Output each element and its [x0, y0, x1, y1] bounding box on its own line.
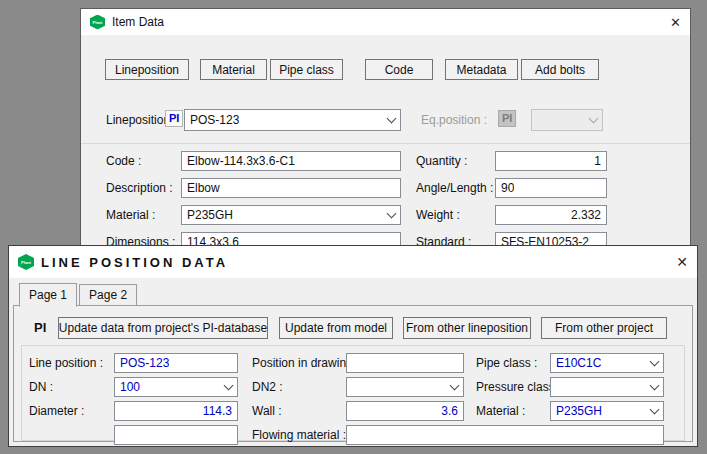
diameter-label: Diameter : [29, 404, 84, 418]
separator [81, 143, 690, 144]
plant-logo-text: Plant [21, 260, 31, 265]
flowing-material-input[interactable] [346, 425, 664, 445]
wall-value: 3.6 [441, 404, 458, 418]
line-position-dialog: Plant LINE POSITION DATA ✕ Page 1 Page 2… [8, 245, 698, 447]
chevron-down-icon [387, 209, 397, 219]
quantity-label: Quantity : [416, 154, 467, 168]
line-position-title: LINE POSITION DATA [41, 255, 228, 270]
chevron-down-icon [650, 405, 660, 415]
material-label: Material : [106, 208, 155, 222]
material-combobox[interactable]: P235GH [181, 205, 401, 225]
metadata-button[interactable]: Metadata [445, 59, 518, 80]
dn-label: DN : [29, 380, 53, 394]
weight-value: 2.332 [571, 208, 601, 222]
chevron-down-icon [224, 381, 234, 391]
position-in-drawing-input[interactable] [346, 353, 464, 373]
line-position-label: Line position : [29, 356, 103, 370]
description-label: Description : [106, 181, 173, 195]
pi-label: PI [34, 320, 46, 335]
diameter-value: 114.3 [203, 404, 232, 418]
line-position-input[interactable]: POS-123 [114, 353, 238, 373]
pressure-class-combobox[interactable] [550, 377, 664, 397]
close-icon[interactable]: ✕ [676, 255, 688, 269]
quantity-value: 1 [594, 154, 601, 168]
item-data-title: Item Data [112, 15, 164, 29]
chevron-down-icon [650, 357, 660, 367]
material-label: Material : [476, 404, 525, 418]
weight-input[interactable]: 2.332 [495, 205, 607, 225]
description-input[interactable]: Elbow [181, 178, 401, 198]
lineposition-value: POS-123 [190, 113, 239, 127]
line-position-value: POS-123 [120, 356, 169, 370]
eq-position-label: Eq.position : [421, 113, 487, 127]
angle-length-label: Angle/Length : [416, 181, 493, 195]
pressure-class-label: Pressure class : [476, 380, 561, 394]
material-value: P235GH [187, 208, 233, 222]
dn-combobox[interactable]: 100 [114, 377, 238, 397]
eq-pi-badge: PI [498, 110, 516, 127]
add-bolts-button[interactable]: Add bolts [521, 59, 599, 80]
chevron-down-icon [650, 381, 660, 391]
wall-input[interactable]: 3.6 [346, 401, 464, 421]
quantity-input[interactable]: 1 [495, 151, 607, 171]
lineposition-combobox[interactable]: POS-123 [184, 109, 401, 131]
pi-badge[interactable]: PI [165, 110, 183, 127]
wall-label: Wall : [252, 404, 282, 418]
tab-page-2[interactable]: Page 2 [79, 284, 137, 305]
code-label: Code : [106, 154, 141, 168]
tab-strip: Page 1 Page 2 [19, 282, 139, 306]
angle-length-value: 90 [501, 181, 514, 195]
update-pi-database-button[interactable]: Update data from project's PI-database [58, 317, 268, 339]
material-button[interactable]: Material [200, 59, 267, 80]
plant-logo-icon: Plant [90, 15, 105, 30]
code-value: Elbow-114.3x3.6-C1 [187, 154, 295, 168]
pipe-class-button[interactable]: Pipe class [270, 59, 343, 80]
position-in-drawing-label: Position in drawing : [252, 356, 359, 370]
chevron-down-icon [589, 114, 599, 124]
pipe-class-combobox[interactable]: E10C1C [550, 353, 664, 373]
code-button[interactable]: Code [365, 59, 433, 80]
from-other-project-button[interactable]: From other project [541, 317, 667, 339]
diameter-input[interactable]: 114.3 [114, 401, 238, 421]
lineposition-button[interactable]: Lineposition [105, 59, 189, 80]
code-input[interactable]: Elbow-114.3x3.6-C1 [181, 151, 401, 171]
line-position-titlebar[interactable]: Plant LINE POSITION DATA ✕ [9, 246, 697, 278]
eq-position-combobox [531, 109, 603, 131]
material-combobox[interactable]: P235GH [550, 401, 664, 421]
weight-label: Weight : [416, 208, 460, 222]
chevron-down-icon [387, 114, 397, 124]
chevron-down-icon [450, 381, 460, 391]
flowing-material-label: Flowing material : [252, 428, 346, 442]
plant-logo-icon: Plant [18, 254, 34, 270]
from-other-lineposition-button[interactable]: From other lineposition [403, 317, 531, 339]
item-data-titlebar[interactable]: Plant Item Data ✕ [81, 9, 690, 35]
dn2-label: DN2 : [252, 380, 283, 394]
tab-page-1[interactable]: Page 1 [19, 283, 77, 307]
description-value: Elbow [187, 181, 220, 195]
plant-logo-text: Plant [93, 20, 103, 25]
material-value: P235GH [556, 404, 602, 418]
angle-length-input[interactable]: 90 [495, 178, 607, 198]
spare-input[interactable] [114, 425, 238, 445]
update-from-model-button[interactable]: Update from model [279, 317, 393, 339]
dn-value: 100 [120, 380, 140, 394]
desktop-background: Plant Item Data ✕ Lineposition Material … [0, 0, 707, 454]
dn2-combobox[interactable] [346, 377, 464, 397]
pipe-class-label: Pipe class : [476, 356, 537, 370]
pipe-class-value: E10C1C [556, 356, 601, 370]
close-icon[interactable]: ✕ [670, 16, 681, 29]
